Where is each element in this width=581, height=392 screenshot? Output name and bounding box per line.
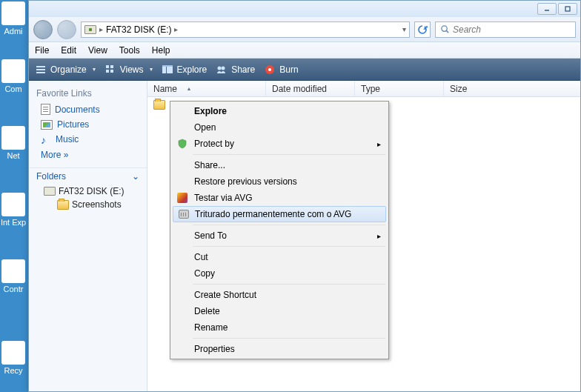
search-input[interactable] xyxy=(453,24,571,35)
sidebar-link-pictures[interactable]: Pictures xyxy=(29,117,147,132)
organize-icon xyxy=(35,64,47,76)
desktop-icon[interactable]: Admi xyxy=(0,1,27,36)
burn-button[interactable]: Burn xyxy=(264,64,298,76)
desktop-icon[interactable]: Com xyxy=(0,59,27,93)
drive-icon xyxy=(84,25,96,34)
cm-separator xyxy=(193,338,385,339)
desktop-icon[interactable]: Contr xyxy=(0,259,27,293)
svg-point-2 xyxy=(442,26,447,31)
cm-triturado-avg[interactable]: Triturado permanentemente com o AVG xyxy=(173,206,386,222)
shredder-icon xyxy=(178,208,190,220)
svg-point-15 xyxy=(222,66,225,70)
breadcrumb-segment[interactable]: FAT32 DISK (E:) xyxy=(106,24,171,35)
forward-button[interactable] xyxy=(57,20,76,39)
column-date[interactable]: Date modified xyxy=(266,81,355,96)
sidebar-link-music[interactable]: Music xyxy=(29,132,147,147)
svg-rect-5 xyxy=(36,69,45,70)
explore-icon xyxy=(162,64,173,76)
menu-file[interactable]: File xyxy=(35,45,49,56)
svg-rect-8 xyxy=(110,65,113,68)
views-button[interactable]: Views xyxy=(104,64,153,76)
cm-testar-avg[interactable]: Testar via AVG xyxy=(172,190,387,206)
navbar: ▸ FAT32 DISK (E:) ▸ ▾ xyxy=(29,17,580,42)
svg-rect-7 xyxy=(106,65,109,68)
cm-separator xyxy=(193,246,385,247)
menu-view[interactable]: View xyxy=(88,45,107,56)
sidebar-more[interactable]: More xyxy=(29,147,147,163)
cm-properties[interactable]: Properties xyxy=(172,341,387,357)
organize-button[interactable]: Organize xyxy=(35,64,96,76)
cm-create-shortcut[interactable]: Create Shortcut xyxy=(172,287,387,303)
cm-send-to[interactable]: Send To xyxy=(172,227,387,244)
svg-point-17 xyxy=(268,68,271,71)
cm-restore[interactable]: Restore previous versions xyxy=(172,173,387,190)
cm-separator xyxy=(193,284,385,285)
toolbar: Organize Views Explore Share Burn xyxy=(29,59,580,81)
chevron-right-icon: ▸ xyxy=(99,25,103,33)
favorite-links-header: Favorite Links xyxy=(29,85,147,102)
folder-icon xyxy=(153,100,165,110)
menu-tools[interactable]: Tools xyxy=(119,45,140,56)
search-icon xyxy=(440,24,450,34)
refresh-button[interactable] xyxy=(414,21,431,38)
column-size[interactable]: Size xyxy=(444,81,580,96)
titlebar xyxy=(29,1,580,17)
address-dropdown-icon[interactable]: ▾ xyxy=(402,25,406,33)
sidebar-link-documents[interactable]: Documents xyxy=(29,102,147,117)
svg-rect-1 xyxy=(565,7,570,11)
cm-copy[interactable]: Copy xyxy=(172,265,387,282)
shield-icon xyxy=(176,138,188,150)
desktop-icon[interactable]: Recy xyxy=(0,341,27,375)
sidebar: Favorite Links Documents Pictures Music … xyxy=(29,81,147,391)
menubar: File Edit View Tools Help xyxy=(29,42,580,59)
minimize-button[interactable] xyxy=(537,3,557,15)
column-type[interactable]: Type xyxy=(355,81,444,96)
desktop-icon[interactable]: Int Exp xyxy=(0,193,27,227)
address-bar[interactable]: ▸ FAT32 DISK (E:) ▸ ▾ xyxy=(81,21,410,38)
burn-icon xyxy=(264,64,276,76)
svg-rect-11 xyxy=(162,67,166,73)
drive-icon xyxy=(44,187,56,196)
context-menu: Explore Open Protect by Share... Restore… xyxy=(170,101,389,359)
cm-delete[interactable]: Delete xyxy=(172,303,387,319)
chevron-right-icon: ▸ xyxy=(174,25,178,33)
menu-help[interactable]: Help xyxy=(152,45,170,56)
column-headers: Name Date modified Type Size xyxy=(147,81,580,97)
desktop-icon[interactable]: Net xyxy=(0,126,27,160)
folders-header[interactable]: Folders ⌄ xyxy=(29,167,147,185)
search-box[interactable] xyxy=(435,21,576,38)
cm-separator xyxy=(193,154,385,155)
column-name[interactable]: Name xyxy=(147,81,266,96)
cm-rename[interactable]: Rename xyxy=(172,319,387,336)
cm-cut[interactable]: Cut xyxy=(172,249,387,265)
svg-rect-10 xyxy=(110,70,113,73)
cm-share[interactable]: Share... xyxy=(172,157,387,173)
cm-separator xyxy=(193,225,385,225)
share-icon xyxy=(216,64,228,76)
svg-rect-9 xyxy=(106,70,109,73)
back-button[interactable] xyxy=(33,20,53,39)
svg-line-3 xyxy=(446,30,448,33)
tree-item-screenshots[interactable]: Screenshots xyxy=(29,198,147,211)
svg-rect-12 xyxy=(167,67,173,73)
menu-edit[interactable]: Edit xyxy=(61,45,76,56)
pictures-icon xyxy=(41,120,53,130)
music-icon xyxy=(41,134,51,144)
cm-explore[interactable]: Explore xyxy=(172,103,387,119)
svg-point-14 xyxy=(218,66,222,70)
folder-icon xyxy=(57,200,69,210)
share-button[interactable]: Share xyxy=(216,64,255,76)
views-icon xyxy=(104,64,116,76)
tree-item-drive[interactable]: FAT32 DISK (E:) xyxy=(29,185,147,198)
document-icon xyxy=(41,104,50,115)
cm-protect-by[interactable]: Protect by xyxy=(172,136,387,152)
chevron-down-icon: ⌄ xyxy=(132,171,139,182)
maximize-button[interactable] xyxy=(558,3,577,15)
svg-rect-6 xyxy=(36,72,45,73)
svg-rect-13 xyxy=(162,65,173,67)
cm-open[interactable]: Open xyxy=(172,119,387,136)
explore-button[interactable]: Explore xyxy=(162,64,208,76)
avg-icon xyxy=(176,192,188,204)
svg-rect-4 xyxy=(36,66,45,67)
